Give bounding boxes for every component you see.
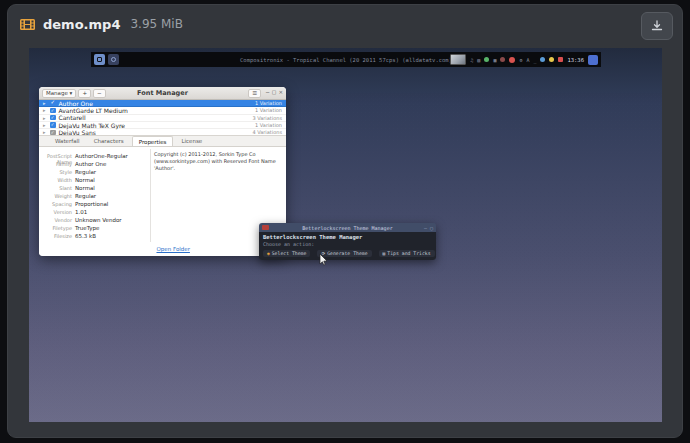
font-variations: 1 Variation <box>255 122 282 128</box>
album-art-thumbnail[interactable] <box>450 54 466 65</box>
workspace-button-2[interactable] <box>108 54 119 65</box>
theme-manager-prompt: Choose an action: <box>263 241 432 247</box>
open-folder-link[interactable]: Open Folder <box>156 246 189 252</box>
property-row: StyleRegular <box>39 169 147 175</box>
minimize-button[interactable]: – <box>424 225 427 231</box>
property-row: WeightRegular <box>39 193 147 199</box>
font-checkbox[interactable]: ✓ <box>50 100 56 106</box>
tray-icon-launcher[interactable] <box>588 55 598 65</box>
font-manager-window: Manage ▾ + − Font Manager ☰ − ◻ × ▸ ✓ Au… <box>39 87 286 256</box>
font-manager-titlebar[interactable]: Manage ▾ + − Font Manager ☰ − ◻ × <box>39 87 286 100</box>
system-tray: ♫ ▤ ▩ ⎊ A _ 13:36 <box>450 52 598 67</box>
now-playing-title: Compositronix - Tropical Channel (20 201… <box>240 57 452 63</box>
expander-icon[interactable]: ▸ <box>43 100 47 106</box>
add-font-button[interactable]: + <box>78 89 91 98</box>
mouse-cursor <box>319 254 328 266</box>
panel-divider <box>150 149 151 242</box>
font-variations: 1 Variation <box>255 107 282 113</box>
copyright-text: Copyright (c) 2011-2012, Sorkin Type Co … <box>154 151 280 171</box>
minimize-button[interactable]: − <box>265 89 270 98</box>
font-list-row[interactable]: ▸ ✓ DejaVu Sans 4 Variations <box>39 129 286 136</box>
font-name: DejaVu Math TeX Gyre <box>59 122 253 129</box>
app-menu-button[interactable]: ☰ <box>248 89 261 98</box>
property-row: Filesize65.3 kB <box>39 233 147 239</box>
expander-icon[interactable]: ▸ <box>43 107 47 113</box>
property-row: SlantNormal <box>39 185 147 191</box>
terminal-body: Betterlockscreen Theme Manager Choose an… <box>259 232 436 260</box>
tab-waterfall[interactable]: Waterfall <box>49 136 86 146</box>
attachment-filesize: 3.95 MiB <box>130 17 182 31</box>
video-frame[interactable]: Compositronix - Tropical Channel (20 201… <box>29 48 662 422</box>
font-name: DejaVu Sans <box>59 129 250 136</box>
status-dot-green[interactable] <box>484 57 489 62</box>
menu-item-select-theme[interactable]: ◉ Select Theme <box>263 250 310 257</box>
theme-manager-heading: Betterlockscreen Theme Manager <box>263 234 432 240</box>
record-icon[interactable] <box>509 57 515 63</box>
clock: 13:36 <box>567 57 584 63</box>
tray-stat: ♫ <box>470 57 473 63</box>
font-checkbox[interactable]: ✓ <box>50 130 56 136</box>
download-icon <box>651 20 663 32</box>
tray-icon-red[interactable] <box>558 57 563 62</box>
property-row: VendorUnknown Vendor <box>39 217 147 223</box>
font-checkbox[interactable]: ✓ <box>50 115 56 121</box>
terminal-app-icon <box>262 225 269 230</box>
menu-item-tips-and-tricks[interactable]: ▤ Tips and Tricks <box>379 250 435 257</box>
property-row: Version1.01 <box>39 209 147 215</box>
status-bar: Compositronix - Tropical Channel (20 201… <box>91 52 601 67</box>
property-row: FamilyAuthor One <box>39 161 147 167</box>
theme-manager-window: Betterlockscreen Theme Manager – ▢ Bette… <box>259 223 436 260</box>
terminal-window-title: Betterlockscreen Theme Manager <box>302 225 392 231</box>
close-button[interactable]: × <box>278 89 283 98</box>
expander-icon[interactable]: ▸ <box>43 122 47 128</box>
attachment-card: demo.mp4 3.95 MiB Compositronix - Tropic… <box>7 4 683 438</box>
tray-icon-blue[interactable] <box>540 57 545 62</box>
tray-stat: ⎊ <box>519 57 522 63</box>
attachment-header: demo.mp4 3.95 MiB <box>8 5 682 43</box>
download-button[interactable] <box>641 12 673 40</box>
status-dot-dark-red[interactable] <box>500 57 505 62</box>
palette-icon: ◉ <box>267 251 270 256</box>
property-row: WidthNormal <box>39 177 147 183</box>
tab-characters[interactable]: Characters <box>88 136 130 146</box>
hamburger-icon: ☰ <box>252 90 257 96</box>
property-row: SpacingProportional <box>39 201 147 207</box>
font-name: Cantarell <box>59 114 250 121</box>
tray-icon-yellow[interactable] <box>549 57 554 62</box>
font-variations: 3 Variations <box>252 115 282 121</box>
tray-stat: ▩ <box>493 57 496 63</box>
tab-license[interactable]: License <box>175 136 208 146</box>
expander-icon[interactable]: ▸ <box>43 115 47 121</box>
window-title: Font Manager <box>137 89 188 97</box>
remove-font-button[interactable]: − <box>93 89 106 98</box>
tab-properties[interactable]: Properties <box>132 136 174 146</box>
font-name: Author One <box>59 100 253 107</box>
chevron-down-icon: ▾ <box>70 90 73 96</box>
properties-panel: PostScript NameAuthorOne-Regular FamilyA… <box>39 147 286 256</box>
font-manager-tabs: Waterfall Characters Properties License <box>39 136 286 147</box>
maximize-button[interactable]: ▢ <box>430 225 433 231</box>
workspace-icon <box>111 57 116 62</box>
expander-icon[interactable]: ▸ <box>43 129 47 135</box>
property-row: FiletypeTrueType <box>39 225 147 231</box>
font-list: ▸ ✓ Author One 1 Variation ▸ ✓ AvantGard… <box>39 100 286 136</box>
list-icon: ▤ <box>383 251 386 256</box>
workspace-button-1[interactable] <box>94 54 105 65</box>
theme-manager-menu: ◉ Select Theme ⟳ Generate Theme ▤ Tips a… <box>263 250 432 257</box>
tray-stat: _ <box>533 57 536 63</box>
film-icon <box>20 18 35 31</box>
terminal-titlebar[interactable]: Betterlockscreen Theme Manager – ▢ <box>259 223 436 232</box>
font-variations: 4 Variations <box>252 129 282 135</box>
workspace-icon <box>97 57 102 62</box>
tray-stat: ▤ <box>477 57 480 63</box>
font-variations: 1 Variation <box>255 100 282 106</box>
manage-dropdown-button[interactable]: Manage ▾ <box>42 89 76 98</box>
maximize-button[interactable]: ◻ <box>272 89 277 98</box>
keyboard-layout-icon[interactable]: A <box>526 57 529 63</box>
font-checkbox[interactable]: ✓ <box>50 122 56 128</box>
attachment-filename: demo.mp4 <box>43 17 120 32</box>
font-checkbox[interactable]: ✓ <box>50 108 56 114</box>
font-name: AvantGarde LT Medium <box>59 107 253 114</box>
